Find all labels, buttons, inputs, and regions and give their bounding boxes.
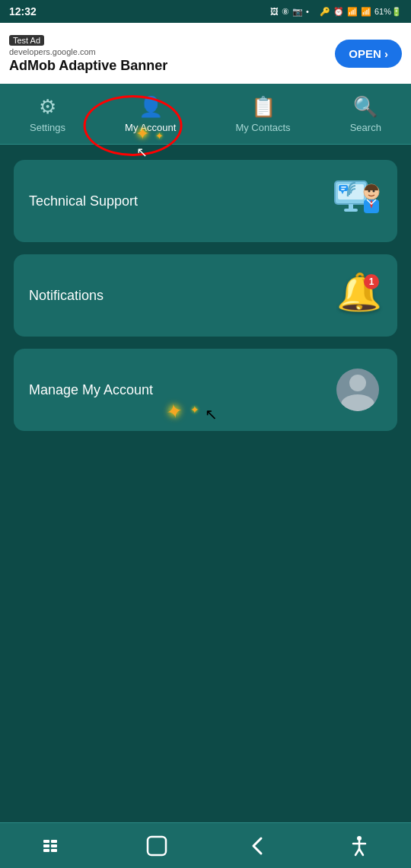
notification-badge: 1 — [364, 274, 379, 289]
account-icon: 👤 — [139, 95, 163, 119]
search-label: Search — [350, 122, 381, 133]
manage-account-card[interactable]: Manage My Account ✦ ✦ ↖ — [14, 349, 397, 431]
sparkle-cursor-tab: ✦ ✦ ↖ — [135, 124, 174, 161]
settings-icon: ⚙ — [39, 95, 56, 119]
settings-label: Settings — [30, 122, 65, 133]
contacts-icon: 📋 — [251, 95, 276, 119]
ad-title: AdMob Adaptive Banner — [9, 58, 327, 74]
tab-bar: ⚙ Settings 👤 My Account ✦ ✦ ↖ 📋 My Conta… — [0, 84, 411, 145]
notifications-icon: 🔔 1 — [333, 271, 382, 320]
main-content: Technical Support — [0, 145, 411, 446]
tech-support-svg — [333, 177, 382, 225]
svg-rect-12 — [341, 189, 345, 190]
back-arrow-icon — [250, 835, 266, 857]
test-ad-label: Test Ad — [9, 35, 44, 46]
svg-rect-11 — [341, 187, 346, 188]
svg-rect-3 — [344, 209, 358, 212]
svg-rect-14 — [51, 840, 57, 843]
svg-rect-17 — [43, 849, 49, 852]
tab-settings[interactable]: ⚙ Settings — [18, 89, 78, 139]
search-icon: 🔍 — [353, 95, 378, 119]
svg-point-5 — [368, 190, 371, 193]
my-contacts-label: My Contacts — [235, 122, 290, 133]
svg-line-23 — [355, 849, 359, 855]
svg-rect-16 — [51, 844, 57, 847]
nav-menu[interactable] — [42, 838, 63, 854]
svg-rect-18 — [51, 849, 57, 852]
svg-line-24 — [359, 849, 363, 855]
svg-rect-15 — [43, 844, 49, 847]
signal-icon: 📶 — [361, 7, 371, 17]
notifications-label: Notifications — [29, 288, 104, 304]
status-icons: 🖼 ⑧ 📷 • 🔑 ⏰ 📶 📶 61%🔋 — [270, 7, 402, 17]
home-square-icon — [146, 835, 167, 857]
status-bar: 12:32 🖼 ⑧ 📷 • 🔑 ⏰ 📶 📶 61%🔋 — [0, 0, 411, 23]
instagram-icon: 📷 — [292, 7, 303, 17]
key-icon: 🔑 — [320, 7, 330, 17]
svg-rect-19 — [148, 837, 166, 855]
technical-support-card[interactable]: Technical Support — [14, 160, 397, 242]
nav-back[interactable] — [250, 835, 266, 857]
manage-account-icon — [333, 365, 382, 414]
ad-text-block: Test Ad developers.google.com AdMob Adap… — [9, 33, 327, 74]
manage-account-label: Manage My Account — [29, 382, 153, 398]
technical-support-label: Technical Support — [29, 193, 138, 209]
tab-my-account[interactable]: 👤 My Account ✦ ✦ ↖ — [113, 89, 188, 139]
bell-container: 🔔 1 — [336, 274, 379, 317]
sparkle-cursor-account: ✦ ✦ ↖ — [166, 400, 218, 423]
technical-support-icon — [333, 177, 382, 225]
tab-my-contacts[interactable]: 📋 My Contacts — [223, 89, 302, 139]
svg-point-6 — [373, 190, 375, 193]
tab-search[interactable]: 🔍 Search — [338, 89, 393, 139]
svg-rect-13 — [43, 840, 49, 843]
status-time: 12:32 — [9, 5, 37, 18]
wifi-icon: 📶 — [347, 7, 358, 17]
notifications-card[interactable]: Notifications 🔔 1 — [14, 254, 397, 337]
svg-rect-9 — [339, 185, 348, 191]
nav-accessibility[interactable] — [349, 835, 370, 857]
photo-icon: 🖼 — [270, 7, 279, 16]
ad-open-button[interactable]: OPEN › — [335, 40, 402, 68]
nav-home[interactable] — [146, 835, 167, 857]
ad-source: developers.google.com — [9, 47, 327, 56]
ad-banner: Test Ad developers.google.com AdMob Adap… — [0, 23, 411, 84]
dot-icon: • — [306, 7, 309, 16]
tab-bar-wrapper: ⚙ Settings 👤 My Account ✦ ✦ ↖ 📋 My Conta… — [0, 84, 411, 145]
accessibility-icon — [349, 835, 370, 857]
bottom-nav — [0, 822, 411, 868]
alarm-icon: ⏰ — [333, 7, 344, 17]
battery-icon: 61%🔋 — [374, 7, 402, 17]
account-avatar — [336, 369, 379, 411]
bbm-icon: ⑧ — [282, 7, 289, 17]
menu-lines-icon — [42, 838, 63, 854]
